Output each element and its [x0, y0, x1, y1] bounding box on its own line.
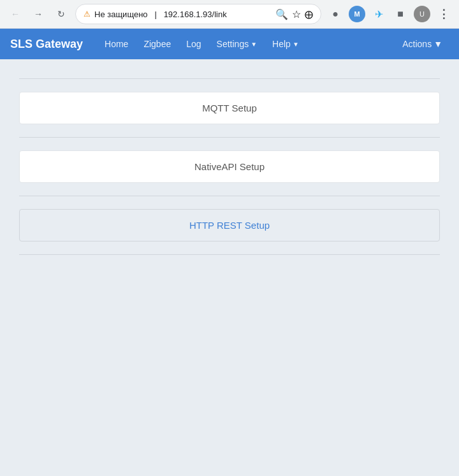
nav-settings-label: Settings	[217, 39, 249, 49]
address-bar[interactable]: ⚠ Не защищено | 192.168.1.93/link 🔍 ☆ ⨁	[75, 4, 321, 24]
ext-icon: ⨁	[305, 10, 313, 19]
nav-zigbee[interactable]: Zigbee	[137, 35, 177, 53]
star-icon: ☆	[292, 8, 301, 20]
telegram-button[interactable]: ✈	[370, 5, 388, 23]
nav-log[interactable]: Log	[180, 35, 207, 53]
app-brand: SLS Gateway	[10, 38, 83, 51]
nav-help[interactable]: Help ▼	[266, 35, 305, 53]
httprest-row: HTTP REST Setup	[19, 196, 440, 254]
page-content: MQTT Setup NativeAPI Setup HTTP REST Set…	[0, 59, 459, 476]
extensions-button[interactable]: ●	[326, 5, 344, 23]
browser-chrome: ← → ↻ ⚠ Не защищено | 192.168.1.93/link …	[0, 0, 459, 29]
url-text: Не защищено | 192.168.1.93/link	[94, 10, 272, 19]
help-chevron-icon: ▼	[293, 41, 299, 48]
nav-links: Home Zigbee Log Settings ▼ Help ▼	[98, 35, 396, 53]
browser-icons: ● M ✈ ■ U ⋮	[326, 5, 453, 23]
actions-label: Actions	[402, 39, 432, 49]
actions-menu[interactable]: Actions ▼	[396, 35, 449, 53]
forward-button[interactable]: →	[29, 5, 47, 23]
url-address: 192.168.1.93/link	[164, 10, 227, 19]
not-secure-label: Не защищено	[94, 10, 148, 19]
nav-home[interactable]: Home	[98, 35, 135, 53]
back-button[interactable]: ←	[6, 5, 24, 23]
card-container: MQTT Setup NativeAPI Setup HTTP REST Set…	[19, 78, 440, 255]
nativeapi-row: NativeAPI Setup	[19, 138, 440, 196]
httprest-setup-button[interactable]: HTTP REST Setup	[19, 209, 440, 242]
avatar: M	[349, 6, 365, 22]
reload-button[interactable]: ↻	[52, 5, 70, 23]
lock-icon: ⚠	[84, 10, 91, 18]
user-avatar: U	[414, 6, 430, 22]
search-icon: 🔍	[275, 8, 288, 20]
settings-chevron-icon: ▼	[251, 41, 257, 48]
nativeapi-setup-button[interactable]: NativeAPI Setup	[19, 150, 440, 183]
bottom-separator	[19, 254, 440, 255]
app-navbar: SLS Gateway Home Zigbee Log Settings ▼ H…	[0, 29, 459, 59]
profile-button[interactable]: M	[348, 5, 366, 23]
mqtt-setup-button[interactable]: MQTT Setup	[19, 92, 440, 124]
browser-toolbar: ← → ↻ ⚠ Не защищено | 192.168.1.93/link …	[0, 0, 459, 28]
actions-chevron-icon: ▼	[433, 39, 442, 49]
mqtt-row: MQTT Setup	[19, 79, 440, 137]
ext2-button[interactable]: ■	[391, 5, 409, 23]
user-profile-button[interactable]: U	[413, 5, 431, 23]
menu-button[interactable]: ⋮	[435, 5, 453, 23]
nav-settings[interactable]: Settings ▼	[210, 35, 264, 53]
nav-help-label: Help	[272, 39, 291, 49]
